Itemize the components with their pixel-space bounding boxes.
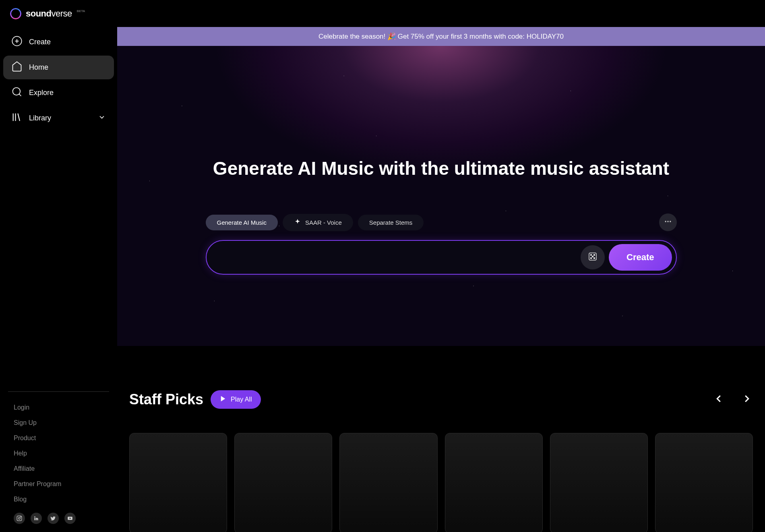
footer-link-help[interactable]: Help (3, 446, 114, 461)
create-button[interactable]: Create (609, 244, 672, 271)
svg-point-18 (594, 258, 595, 259)
carousel-nav (713, 393, 753, 406)
prompt-input[interactable] (219, 253, 581, 262)
section-title: Staff Picks (129, 391, 203, 408)
music-card[interactable] (655, 433, 753, 532)
chip-row: Generate AI Music SAAR - Voice Separate … (206, 213, 677, 231)
svg-point-16 (594, 255, 595, 256)
svg-point-17 (591, 258, 592, 259)
logo-icon (9, 7, 23, 21)
app-header: soundverse BETA (0, 0, 765, 27)
sidebar-item-explore[interactable]: Explore (3, 81, 114, 105)
search-icon (11, 86, 23, 99)
svg-marker-20 (221, 396, 225, 402)
footer-link-product[interactable]: Product (3, 431, 114, 446)
twitter-icon[interactable] (48, 513, 59, 524)
promo-text: Celebrate the season! 🎉 Get 75% off your… (318, 33, 564, 40)
sidebar-item-library[interactable]: Library (3, 106, 114, 130)
chip-saar-voice[interactable]: SAAR - Voice (283, 214, 353, 231)
footer-link-partner[interactable]: Partner Program (3, 476, 114, 492)
sidebar-item-label: Home (29, 63, 48, 72)
sparkle-icon (294, 218, 301, 227)
svg-line-4 (19, 94, 21, 96)
sidebar-item-label: Explore (29, 89, 54, 97)
footer-link-login[interactable]: Login (3, 400, 114, 415)
music-card[interactable] (445, 433, 543, 532)
home-icon (11, 61, 23, 74)
dots-icon (664, 217, 672, 227)
svg-point-10 (21, 517, 21, 517)
sidebar-item-label: Library (29, 114, 51, 122)
plus-circle-icon (11, 35, 23, 49)
footer-link-affiliate[interactable]: Affiliate (3, 461, 114, 476)
music-card[interactable] (339, 433, 437, 532)
hero-title: Generate AI Music with the ultimate musi… (213, 157, 669, 179)
svg-point-15 (591, 255, 592, 256)
svg-point-9 (19, 518, 21, 520)
sidebar-item-home[interactable]: Home (3, 56, 114, 79)
logo-text: soundverse (26, 8, 72, 19)
youtube-icon[interactable] (64, 513, 76, 524)
randomize-button[interactable] (581, 245, 605, 269)
instagram-icon[interactable] (14, 513, 25, 524)
chip-label: Separate Stems (369, 219, 413, 226)
sidebar: Create Home Explore Library Login S (0, 27, 117, 532)
hero-section: Generate AI Music with the ultimate musi… (117, 46, 765, 346)
promo-banner: Celebrate the season! 🎉 Get 75% off your… (117, 27, 765, 46)
chip-label: SAAR - Voice (305, 219, 342, 226)
play-all-label: Play All (231, 396, 252, 403)
next-button[interactable] (741, 393, 753, 406)
footer-link-signup[interactable]: Sign Up (3, 415, 114, 431)
prev-button[interactable] (713, 393, 725, 406)
main-content: Celebrate the season! 🎉 Get 75% off your… (117, 27, 765, 532)
footer-link-blog[interactable]: Blog (3, 492, 114, 507)
brand-logo[interactable]: soundverse BETA (9, 7, 85, 21)
social-row (3, 507, 114, 524)
music-card[interactable] (234, 433, 332, 532)
chip-generate-music[interactable]: Generate AI Music (206, 215, 278, 230)
svg-line-7 (18, 114, 20, 121)
chevron-right-icon (741, 393, 753, 406)
play-all-button[interactable]: Play All (211, 390, 261, 409)
svg-point-13 (670, 221, 671, 222)
beta-badge: BETA (77, 9, 85, 13)
sidebar-item-create[interactable]: Create (3, 30, 114, 54)
music-card[interactable] (129, 433, 227, 532)
section-header: Staff Picks Play All (129, 390, 753, 409)
music-card[interactable] (550, 433, 648, 532)
chip-label: Generate AI Music (217, 219, 267, 226)
svg-point-19 (592, 256, 593, 257)
staff-picks-section: Staff Picks Play All (117, 346, 765, 532)
sidebar-item-label: Create (29, 38, 51, 46)
library-icon (11, 112, 23, 125)
svg-point-3 (13, 88, 21, 95)
sidebar-divider (8, 391, 109, 392)
chip-separate-stems[interactable]: Separate Stems (358, 215, 424, 230)
card-row (129, 433, 753, 532)
play-icon (219, 395, 227, 404)
svg-point-11 (665, 221, 666, 222)
prompt-input-container: Create (206, 240, 677, 275)
chevron-down-icon (98, 113, 106, 123)
svg-point-12 (667, 221, 668, 222)
linkedin-icon[interactable] (31, 513, 42, 524)
dice-icon (588, 252, 598, 263)
chevron-left-icon (713, 393, 725, 406)
more-options-button[interactable] (659, 213, 677, 231)
